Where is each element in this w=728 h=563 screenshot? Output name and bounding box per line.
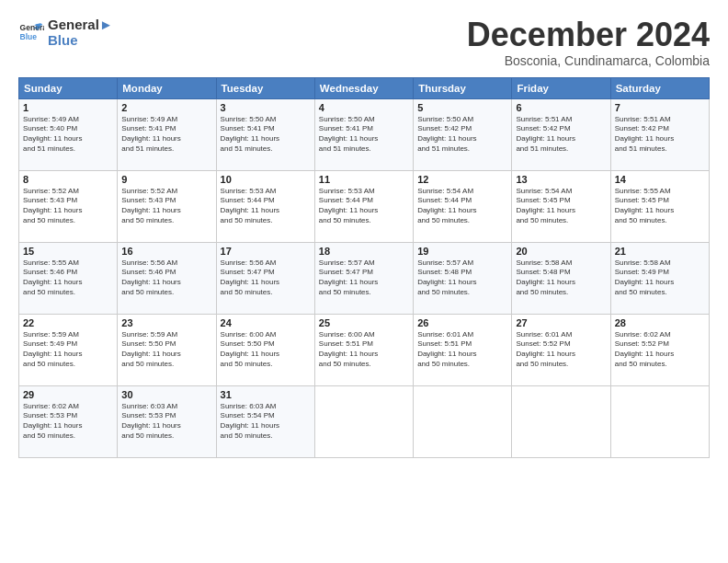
day-number: 9 xyxy=(121,174,211,185)
calendar-cell: 24Sunrise: 6:00 AM Sunset: 5:50 PM Dayli… xyxy=(216,314,314,385)
calendar-cell: 25Sunrise: 6:00 AM Sunset: 5:51 PM Dayli… xyxy=(314,314,413,385)
day-info: Sunrise: 5:56 AM Sunset: 5:47 PM Dayligh… xyxy=(221,259,311,298)
day-info: Sunrise: 5:49 AM Sunset: 5:41 PM Dayligh… xyxy=(121,115,211,155)
day-number: 14 xyxy=(615,174,705,185)
day-number: 15 xyxy=(23,246,113,257)
weekday-header-monday: Monday xyxy=(118,77,216,98)
calendar-cell: 15Sunrise: 5:55 AM Sunset: 5:46 PM Dayli… xyxy=(19,242,118,314)
day-info: Sunrise: 5:53 AM Sunset: 5:44 PM Dayligh… xyxy=(221,187,311,226)
day-number: 26 xyxy=(417,317,507,328)
day-number: 20 xyxy=(516,246,606,257)
day-number: 31 xyxy=(221,389,311,400)
day-info: Sunrise: 5:50 AM Sunset: 5:41 PM Dayligh… xyxy=(319,115,409,155)
location-subtitle: Bosconia, Cundinamarca, Colombia xyxy=(467,53,710,68)
calendar-cell: 28Sunrise: 6:02 AM Sunset: 5:52 PM Dayli… xyxy=(610,314,709,385)
day-info: Sunrise: 5:51 AM Sunset: 5:42 PM Dayligh… xyxy=(615,115,705,155)
day-info: Sunrise: 5:53 AM Sunset: 5:44 PM Dayligh… xyxy=(319,187,409,226)
calendar-cell: 26Sunrise: 6:01 AM Sunset: 5:51 PM Dayli… xyxy=(414,314,512,385)
calendar-cell: 16Sunrise: 5:56 AM Sunset: 5:46 PM Dayli… xyxy=(118,242,216,314)
day-number: 27 xyxy=(516,317,606,328)
day-number: 1 xyxy=(23,102,113,113)
calendar-cell: 19Sunrise: 5:57 AM Sunset: 5:48 PM Dayli… xyxy=(414,242,512,314)
calendar-cell: 17Sunrise: 5:56 AM Sunset: 5:47 PM Dayli… xyxy=(216,242,314,314)
calendar-cell: 10Sunrise: 5:53 AM Sunset: 5:44 PM Dayli… xyxy=(216,170,314,242)
day-info: Sunrise: 5:51 AM Sunset: 5:42 PM Dayligh… xyxy=(516,115,606,155)
day-number: 13 xyxy=(516,174,606,185)
day-number: 4 xyxy=(319,102,409,113)
logo-text-block: General► Blue xyxy=(48,17,113,49)
day-number: 19 xyxy=(417,246,507,257)
weekday-header-row: SundayMondayTuesdayWednesdayThursdayFrid… xyxy=(19,77,710,98)
day-info: Sunrise: 5:50 AM Sunset: 5:42 PM Dayligh… xyxy=(417,115,507,155)
calendar-cell: 20Sunrise: 5:58 AM Sunset: 5:48 PM Dayli… xyxy=(512,242,610,314)
day-info: Sunrise: 5:52 AM Sunset: 5:43 PM Dayligh… xyxy=(121,187,211,226)
calendar-cell xyxy=(414,385,512,457)
svg-text:Blue: Blue xyxy=(20,32,38,41)
month-title: December 2024 xyxy=(467,17,710,53)
calendar-cell: 30Sunrise: 6:03 AM Sunset: 5:53 PM Dayli… xyxy=(118,385,216,457)
calendar-cell: 14Sunrise: 5:55 AM Sunset: 5:45 PM Dayli… xyxy=(610,170,709,242)
calendar-cell: 1Sunrise: 5:49 AM Sunset: 5:40 PM Daylig… xyxy=(19,98,118,170)
day-number: 24 xyxy=(221,317,311,328)
day-info: Sunrise: 5:55 AM Sunset: 5:46 PM Dayligh… xyxy=(23,259,113,298)
day-info: Sunrise: 5:54 AM Sunset: 5:45 PM Dayligh… xyxy=(516,187,606,226)
day-info: Sunrise: 5:57 AM Sunset: 5:47 PM Dayligh… xyxy=(319,259,409,298)
day-info: Sunrise: 6:00 AM Sunset: 5:51 PM Dayligh… xyxy=(319,330,409,370)
day-info: Sunrise: 5:54 AM Sunset: 5:44 PM Dayligh… xyxy=(417,187,507,226)
day-number: 25 xyxy=(319,317,409,328)
day-number: 7 xyxy=(615,102,705,113)
day-info: Sunrise: 6:03 AM Sunset: 5:54 PM Dayligh… xyxy=(221,402,311,442)
day-number: 30 xyxy=(121,389,211,400)
weekday-header-saturday: Saturday xyxy=(610,77,709,98)
day-info: Sunrise: 5:52 AM Sunset: 5:43 PM Dayligh… xyxy=(23,187,113,226)
day-info: Sunrise: 5:59 AM Sunset: 5:49 PM Dayligh… xyxy=(23,330,113,370)
calendar-cell: 3Sunrise: 5:50 AM Sunset: 5:41 PM Daylig… xyxy=(216,98,314,170)
weekday-header-thursday: Thursday xyxy=(414,77,512,98)
day-number: 12 xyxy=(417,174,507,185)
day-number: 2 xyxy=(121,102,211,113)
calendar-table: SundayMondayTuesdayWednesdayThursdayFrid… xyxy=(18,77,710,458)
calendar-page: General Blue General► Blue December 2024… xyxy=(0,0,728,563)
calendar-cell xyxy=(610,385,709,457)
day-number: 16 xyxy=(121,246,211,257)
calendar-cell: 13Sunrise: 5:54 AM Sunset: 5:45 PM Dayli… xyxy=(512,170,610,242)
day-number: 8 xyxy=(23,174,113,185)
day-info: Sunrise: 6:03 AM Sunset: 5:53 PM Dayligh… xyxy=(121,402,211,442)
day-number: 10 xyxy=(221,174,311,185)
calendar-week-row-5: 29Sunrise: 6:02 AM Sunset: 5:53 PM Dayli… xyxy=(19,385,710,457)
day-number: 17 xyxy=(221,246,311,257)
calendar-cell: 6Sunrise: 5:51 AM Sunset: 5:42 PM Daylig… xyxy=(512,98,610,170)
logo-icon: General Blue xyxy=(18,19,44,45)
weekday-header-tuesday: Tuesday xyxy=(216,77,314,98)
calendar-week-row-1: 1Sunrise: 5:49 AM Sunset: 5:40 PM Daylig… xyxy=(19,98,710,170)
logo-line1: General► xyxy=(48,17,113,32)
calendar-cell: 12Sunrise: 5:54 AM Sunset: 5:44 PM Dayli… xyxy=(414,170,512,242)
day-info: Sunrise: 5:55 AM Sunset: 5:45 PM Dayligh… xyxy=(615,187,705,226)
day-number: 23 xyxy=(121,317,211,328)
day-info: Sunrise: 5:59 AM Sunset: 5:50 PM Dayligh… xyxy=(121,330,211,370)
calendar-cell: 8Sunrise: 5:52 AM Sunset: 5:43 PM Daylig… xyxy=(19,170,118,242)
calendar-cell: 11Sunrise: 5:53 AM Sunset: 5:44 PM Dayli… xyxy=(314,170,413,242)
calendar-cell: 4Sunrise: 5:50 AM Sunset: 5:41 PM Daylig… xyxy=(314,98,413,170)
weekday-header-friday: Friday xyxy=(512,77,610,98)
day-number: 22 xyxy=(23,317,113,328)
calendar-cell: 7Sunrise: 5:51 AM Sunset: 5:42 PM Daylig… xyxy=(610,98,709,170)
calendar-cell: 21Sunrise: 5:58 AM Sunset: 5:49 PM Dayli… xyxy=(610,242,709,314)
day-info: Sunrise: 6:02 AM Sunset: 5:52 PM Dayligh… xyxy=(615,330,705,370)
calendar-cell: 5Sunrise: 5:50 AM Sunset: 5:42 PM Daylig… xyxy=(414,98,512,170)
calendar-cell xyxy=(512,385,610,457)
weekday-header-sunday: Sunday xyxy=(19,77,118,98)
day-number: 18 xyxy=(319,246,409,257)
day-info: Sunrise: 6:02 AM Sunset: 5:53 PM Dayligh… xyxy=(23,402,113,442)
calendar-cell: 29Sunrise: 6:02 AM Sunset: 5:53 PM Dayli… xyxy=(19,385,118,457)
calendar-cell: 2Sunrise: 5:49 AM Sunset: 5:41 PM Daylig… xyxy=(118,98,216,170)
page-header: General Blue General► Blue December 2024… xyxy=(18,17,710,68)
logo: General Blue General► Blue xyxy=(18,17,113,49)
calendar-cell: 18Sunrise: 5:57 AM Sunset: 5:47 PM Dayli… xyxy=(314,242,413,314)
day-number: 5 xyxy=(417,102,507,113)
calendar-cell xyxy=(314,385,413,457)
calendar-cell: 23Sunrise: 5:59 AM Sunset: 5:50 PM Dayli… xyxy=(118,314,216,385)
day-info: Sunrise: 5:56 AM Sunset: 5:46 PM Dayligh… xyxy=(121,259,211,298)
day-info: Sunrise: 5:58 AM Sunset: 5:49 PM Dayligh… xyxy=(615,259,705,298)
day-info: Sunrise: 6:01 AM Sunset: 5:51 PM Dayligh… xyxy=(417,330,507,370)
